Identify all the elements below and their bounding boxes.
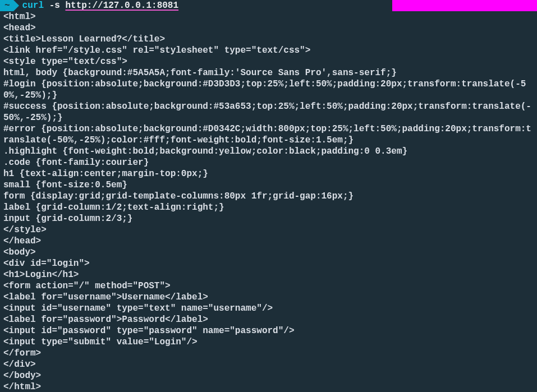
command-output: <html> <head> <title>Lesson Learned?</ti… — [0, 11, 537, 392]
command-url: http://127.0.0.1:8081 — [65, 1, 178, 11]
command-name: curl — [22, 1, 44, 11]
top-right-bar — [392, 0, 537, 11]
cwd-text: ~ — [4, 0, 10, 11]
prompt-arrow-icon — [13, 0, 19, 11]
cwd-badge: ~ — [0, 0, 13, 11]
command-text: curl -s http://127.0.0.1:8081 — [22, 0, 178, 11]
command-flag: -s — [49, 1, 60, 11]
